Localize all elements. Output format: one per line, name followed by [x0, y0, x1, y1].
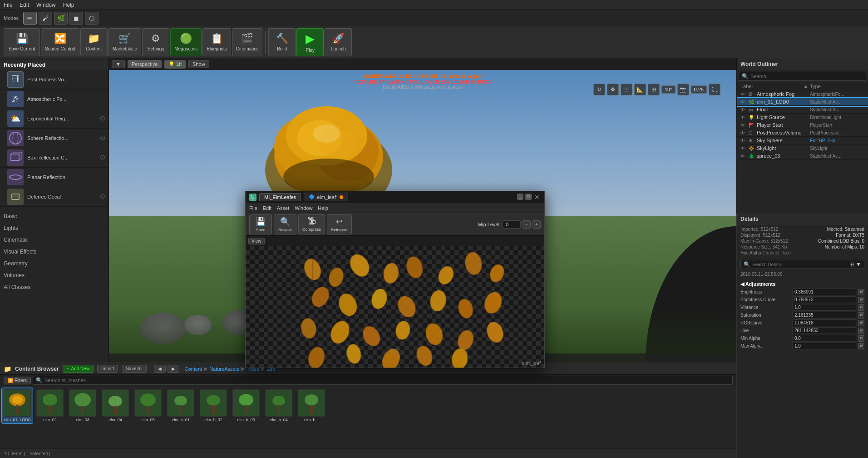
list-item[interactable]: 🌫 Atmospheric Fo... — [0, 90, 108, 109]
build-button[interactable]: 🔨 Build — [268, 28, 296, 56]
min-alpha-reset-btn[interactable]: ↺ — [858, 335, 864, 342]
outliner-item[interactable]: 👁 💡 Light Source DirectionalLight — [737, 114, 868, 121]
content-button[interactable]: 📁 Content — [80, 28, 108, 56]
tex-search-input[interactable] — [752, 262, 848, 267]
save-current-button[interactable]: 💾 Save Current — [4, 28, 40, 56]
view-dropdown-btn[interactable]: View — [248, 238, 265, 244]
perspective-btn[interactable]: Perspective — [128, 60, 162, 68]
asset-item[interactable]: elm_b_01 — [165, 388, 196, 423]
tex-search-box[interactable]: 🔍 ⊞ ▼ — [740, 260, 864, 269]
asset-item[interactable]: elm_04 — [100, 388, 131, 423]
mode-mesh[interactable]: ⬡ — [85, 12, 99, 25]
brightness-reset-btn[interactable]: ↺ — [858, 289, 864, 295]
adjustments-header[interactable]: ◀ Adjustments — [740, 279, 864, 288]
perspective-dropdown[interactable]: ▼ — [112, 60, 125, 68]
geometry-category[interactable]: Geometry — [0, 258, 108, 269]
play-button[interactable]: ▶ Play — [296, 28, 324, 56]
vp-surface-icon[interactable]: 📐 — [634, 84, 646, 95]
brightness-curve-value[interactable]: 0.788573 — [792, 296, 856, 303]
asset-item[interactable]: elm_b... — [296, 388, 327, 423]
asset-item-selected[interactable]: elm_01_LOD0 — [2, 388, 33, 423]
vibrance-value[interactable]: 1.0 — [792, 304, 856, 311]
list-item[interactable]: Sphere Reflectio... ⓘ — [0, 129, 108, 148]
brightness-curve-reset-btn[interactable]: ↺ — [858, 297, 864, 303]
vp-snap-value[interactable]: 0.25 — [691, 85, 707, 94]
mip-value[interactable]: 0 — [503, 220, 521, 229]
texture-viewport[interactable]: View — [246, 236, 544, 368]
launch-button[interactable]: 🚀 Launch — [325, 28, 352, 56]
saturation-reset-btn[interactable]: ↺ — [858, 312, 864, 319]
list-item[interactable]: Planar Reflection — [0, 168, 108, 187]
outliner-item[interactable]: 👁 🌲 spruce_03 StaticMeshAc... — [737, 152, 868, 160]
mat-reimport-btn[interactable]: ↩ Reimport — [327, 214, 352, 234]
menu-window[interactable]: Window — [36, 2, 56, 8]
close-btn[interactable]: ✕ — [533, 194, 541, 201]
mat-menu-file[interactable]: File — [249, 205, 257, 211]
list-item[interactable]: Deferred Decal ⓘ — [0, 187, 108, 207]
vp-camera-icon[interactable]: 📷 — [677, 84, 689, 95]
vibrance-reset-btn[interactable]: ↺ — [858, 304, 864, 311]
outliner-item[interactable]: 👁 🔆 SkyLight SkyLight — [737, 144, 868, 152]
menu-help[interactable]: Help — [63, 2, 74, 8]
mat-compress-btn[interactable]: 🗜 Compress — [298, 214, 325, 234]
mat-menu-asset[interactable]: Asset — [277, 205, 290, 211]
max-alpha-value[interactable]: 1.0 — [792, 343, 856, 349]
list-item[interactable]: Box Reflection C... ⓘ — [0, 148, 108, 168]
mat-browse-btn[interactable]: 🔍 Browse — [274, 214, 296, 234]
mode-geometry[interactable]: ◼ — [69, 12, 83, 25]
mat-tab-1[interactable]: MI_ElmLeafes — [259, 193, 301, 201]
max-alpha-reset-btn[interactable]: ↺ — [858, 343, 864, 349]
min-alpha-value[interactable]: 0.0 — [792, 335, 856, 342]
hue-reset-btn[interactable]: ↺ — [858, 328, 864, 334]
vp-maximize-icon[interactable]: ⛶ — [709, 84, 720, 95]
hue-value[interactable]: 281.142853 — [792, 327, 856, 334]
brightness-value[interactable]: 0.366091 — [792, 289, 856, 295]
menu-file[interactable]: File — [4, 2, 12, 8]
asset-item[interactable]: elm_02 — [35, 388, 65, 423]
recently-placed-header[interactable]: Recently Placed — [0, 60, 108, 70]
outliner-item-selected[interactable]: 👁 🌿 elm_01_LOD0 StaticMeshAc... — [737, 98, 868, 106]
list-item[interactable]: ⛅ Exponential Heig... ⓘ — [0, 109, 108, 129]
vp-grid-icon[interactable]: ⊞ — [648, 84, 660, 95]
asset-item[interactable]: elm_03 — [67, 388, 98, 423]
breadcrumb-content[interactable]: Content — [185, 366, 202, 372]
outliner-search-input[interactable] — [750, 74, 863, 79]
import-button[interactable]: Import — [97, 365, 118, 373]
volumes-category[interactable]: Volumes — [0, 269, 108, 281]
menu-edit[interactable]: Edit — [20, 2, 29, 8]
mat-menu-window[interactable]: Window — [295, 205, 312, 211]
megascans-button[interactable]: 🟢 Megascans — [170, 28, 202, 56]
filters-button[interactable]: 🔽 Filters — [4, 377, 31, 384]
settings-button[interactable]: ⚙ Settings — [142, 28, 169, 56]
cinematics-button[interactable]: 🎬 Cinematics — [232, 28, 262, 56]
lights-category[interactable]: Lights — [0, 222, 108, 234]
all-classes-category[interactable]: All Classes — [0, 281, 108, 293]
outliner-item[interactable]: 👁 ▭ Floor StaticMeshAc... — [737, 106, 868, 114]
maximize-btn[interactable]: □ — [525, 194, 532, 200]
mat-save-btn[interactable]: 💾 Save — [249, 214, 272, 234]
vp-angle-snap[interactable]: 10° — [661, 85, 676, 94]
asset-search-input[interactable] — [44, 378, 730, 383]
minimize-btn[interactable]: _ — [517, 194, 523, 200]
mat-menu-edit[interactable]: Edit — [263, 205, 271, 211]
asset-item[interactable]: elm_b_02 — [198, 388, 229, 423]
list-item[interactable]: 🎞 Post Process Vo... — [0, 70, 108, 90]
asset-item[interactable]: elm_b_03 — [231, 388, 261, 423]
lit-btn[interactable]: 💡 Lit — [164, 60, 186, 69]
vp-move-icon[interactable]: ✥ — [607, 84, 619, 95]
rgb-curve-value[interactable]: 1.084518 — [792, 319, 856, 326]
asset-search-box[interactable]: 🔍 — [33, 376, 733, 385]
mat-tab-2[interactable]: 🔷 elm_leaf* — [304, 193, 348, 201]
vp-rotate-icon[interactable]: ↻ — [593, 84, 605, 95]
mode-foliage[interactable]: 🌿 — [54, 12, 68, 25]
mip-minus-btn[interactable]: − — [523, 220, 531, 229]
asset-item[interactable]: elm_b_04 — [263, 388, 294, 423]
basic-category[interactable]: Basic — [0, 210, 108, 222]
breadcrumb-nature[interactable]: NatureAssets — [209, 366, 239, 372]
source-control-button[interactable]: 🔀 Source Control — [41, 28, 79, 56]
mip-plus-btn[interactable]: + — [533, 220, 541, 229]
cinematic-category[interactable]: Cinematic — [0, 234, 108, 246]
mat-menu-help[interactable]: Help — [318, 205, 328, 211]
show-btn[interactable]: Show — [188, 60, 209, 68]
outliner-item[interactable]: 👁 🌫 Atmospheric Fog AtmosphericFo... — [737, 90, 868, 98]
